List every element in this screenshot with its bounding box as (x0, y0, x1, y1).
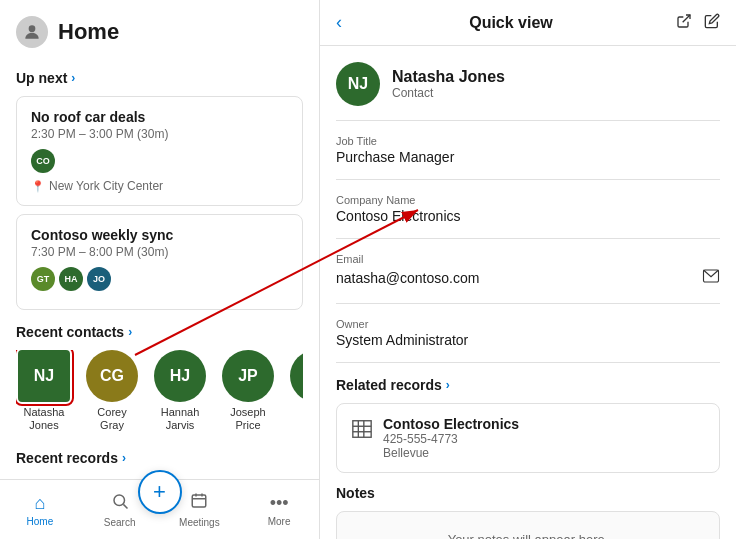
contact-name-cg: CoreyGray (97, 406, 126, 432)
contact-header: NJ Natasha Jones Contact (336, 62, 720, 121)
email-row: natasha@contoso.com (336, 267, 720, 289)
contact-name-nj: NatashaJones (24, 406, 65, 432)
related-card-1[interactable]: Contoso Electronics 425-555-4773 Bellevu… (336, 403, 720, 473)
contact-avatar-hj[interactable]: HJ (154, 350, 206, 402)
related-card-content: Contoso Electronics 425-555-4773 Bellevu… (383, 416, 519, 460)
card-1-location-text: New York City Center (49, 179, 163, 193)
quick-view-header: ‹ Quick view (320, 0, 736, 46)
svg-point-0 (29, 25, 36, 32)
related-company-phone: 425-555-4773 (383, 432, 519, 446)
field-email: Email natasha@contoso.com (336, 253, 720, 304)
job-title-label: Job Title (336, 135, 720, 147)
recent-records-chevron: › (122, 451, 126, 465)
contact-item-nj[interactable]: NJ NatashaJones (16, 350, 72, 432)
nav-home-label: Home (27, 516, 54, 527)
card-1-attendees: CO (31, 149, 288, 173)
card-2-attendees: GT HA JO (31, 267, 288, 291)
recent-records-section: Recent records › (16, 450, 303, 466)
card-1-location: 📍 New York City Center (31, 179, 288, 193)
contact-avatar-jp[interactable]: JP (222, 350, 274, 402)
contact-item-cg[interactable]: CG CoreyGray (84, 350, 140, 432)
card-2-attendee-jo: JO (87, 267, 111, 291)
company-label: Company Name (336, 194, 720, 206)
page-title: Home (58, 19, 119, 45)
building-icon (351, 418, 373, 445)
contact-item-jp[interactable]: JP JosephPrice (220, 350, 276, 432)
header-actions (676, 13, 720, 33)
related-company-city: Bellevue (383, 446, 519, 460)
recent-contacts-section-header[interactable]: Recent contacts › (16, 324, 303, 340)
contact-initials: NJ (348, 75, 368, 93)
email-icon[interactable] (702, 267, 720, 289)
email-label: Email (336, 253, 720, 265)
fab-button[interactable]: + (138, 470, 182, 514)
calendar-card-2[interactable]: Contoso weekly sync 7:30 PM – 8:00 PM (3… (16, 214, 303, 310)
external-link-icon[interactable] (676, 13, 692, 33)
contact-full-name: Natasha Jones (392, 68, 505, 86)
contact-name-hj: HannahJarvis (161, 406, 200, 432)
contact-avatar-m[interactable]: M (290, 350, 303, 402)
recent-records-label: Recent records (16, 450, 118, 466)
right-panel: ‹ Quick view NJ (320, 0, 736, 539)
fab-icon: + (153, 479, 166, 505)
nav-meetings-label: Meetings (179, 517, 220, 528)
card-2-attendee-ha: HA (59, 267, 83, 291)
svg-point-1 (114, 495, 125, 506)
related-company-name: Contoso Electronics (383, 416, 519, 432)
svg-rect-3 (193, 495, 207, 507)
contact-name-jp: JosephPrice (230, 406, 265, 432)
card-1-attendee-co: CO (31, 149, 55, 173)
field-owner: Owner System Administrator (336, 318, 720, 363)
contact-info-header: Natasha Jones Contact (392, 68, 505, 100)
meetings-icon (190, 492, 208, 515)
back-button[interactable]: ‹ (336, 12, 342, 33)
recent-contacts-label: Recent contacts (16, 324, 124, 340)
up-next-label: Up next (16, 70, 67, 86)
email-value: natasha@contoso.com (336, 270, 479, 286)
left-content: Up next › No roof car deals 2:30 PM – 3:… (0, 56, 319, 479)
up-next-chevron: › (71, 71, 75, 85)
card-2-title: Contoso weekly sync (31, 227, 288, 243)
svg-rect-9 (353, 421, 371, 438)
contact-item-m[interactable]: M MRo... (288, 350, 303, 432)
location-icon: 📍 (31, 180, 45, 193)
nav-search-label: Search (104, 517, 136, 528)
bottom-nav: ⌂ Home Search + (0, 479, 319, 539)
notes-title: Notes (336, 485, 720, 501)
company-value: Contoso Electronics (336, 208, 720, 224)
related-title: Related records (336, 377, 442, 393)
card-2-time: 7:30 PM – 8:00 PM (30m) (31, 245, 288, 259)
recent-records-section-header[interactable]: Recent records › (16, 450, 303, 466)
card-1-title: No roof car deals (31, 109, 288, 125)
nav-more-label: More (268, 516, 291, 527)
related-chevron: › (446, 378, 450, 392)
notes-card: Your notes will appear here. Add a note (336, 511, 720, 539)
notes-placeholder: Your notes will appear here. (351, 532, 705, 539)
job-title-value: Purchase Manager (336, 149, 720, 165)
field-company: Company Name Contoso Electronics (336, 194, 720, 239)
contact-avatar-nj[interactable]: NJ (18, 350, 70, 402)
svg-line-2 (123, 504, 127, 508)
edit-icon[interactable] (704, 13, 720, 33)
calendar-card-1[interactable]: No roof car deals 2:30 PM – 3:00 PM (30m… (16, 96, 303, 206)
contact-type: Contact (392, 86, 505, 100)
contacts-row: NJ NatashaJones CG CoreyGray HJ HannahJa… (16, 350, 303, 436)
up-next-section-header[interactable]: Up next › (16, 70, 303, 86)
owner-label: Owner (336, 318, 720, 330)
nav-more[interactable]: ••• More (252, 493, 307, 527)
contact-item-hj[interactable]: HJ HannahJarvis (152, 350, 208, 432)
nav-home[interactable]: ⌂ Home (12, 493, 67, 527)
owner-value: System Administrator (336, 332, 720, 348)
more-icon: ••• (270, 493, 289, 514)
card-1-time: 2:30 PM – 3:00 PM (30m) (31, 127, 288, 141)
field-job-title: Job Title Purchase Manager (336, 135, 720, 180)
user-avatar[interactable] (16, 16, 48, 48)
quick-view-title: Quick view (354, 14, 668, 32)
quick-view-content: NJ Natasha Jones Contact Job Title Purch… (320, 46, 736, 539)
contact-avatar-large: NJ (336, 62, 380, 106)
app-header: Home (0, 0, 319, 56)
home-icon: ⌂ (34, 493, 45, 514)
contact-avatar-cg[interactable]: CG (86, 350, 138, 402)
card-2-attendee-gt: GT (31, 267, 55, 291)
related-header[interactable]: Related records › (336, 377, 720, 393)
